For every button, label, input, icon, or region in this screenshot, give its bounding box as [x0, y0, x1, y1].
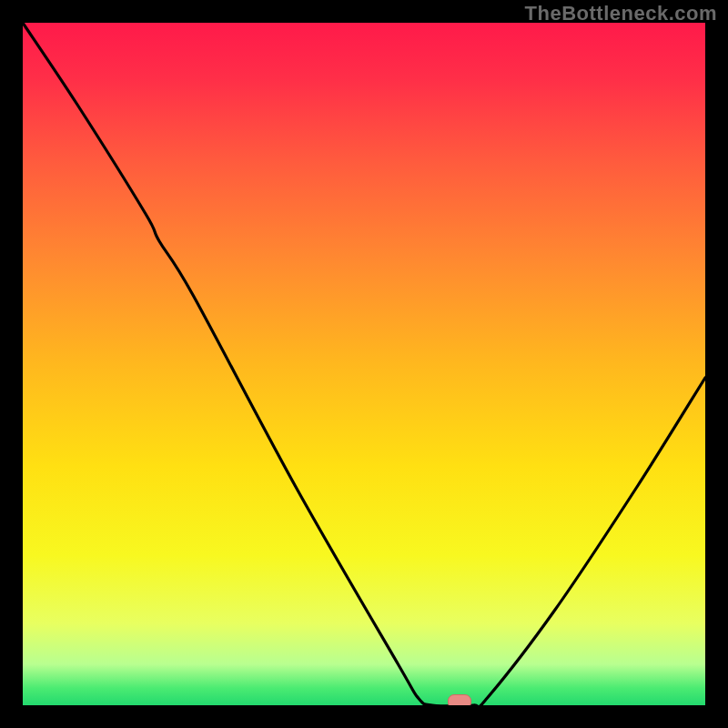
bottleneck-curve: [23, 23, 705, 705]
plot-area: [23, 23, 705, 705]
watermark-label: TheBottleneck.com: [525, 2, 717, 25]
chart-frame: TheBottleneck.com: [0, 0, 728, 728]
optimal-marker: [448, 694, 471, 705]
